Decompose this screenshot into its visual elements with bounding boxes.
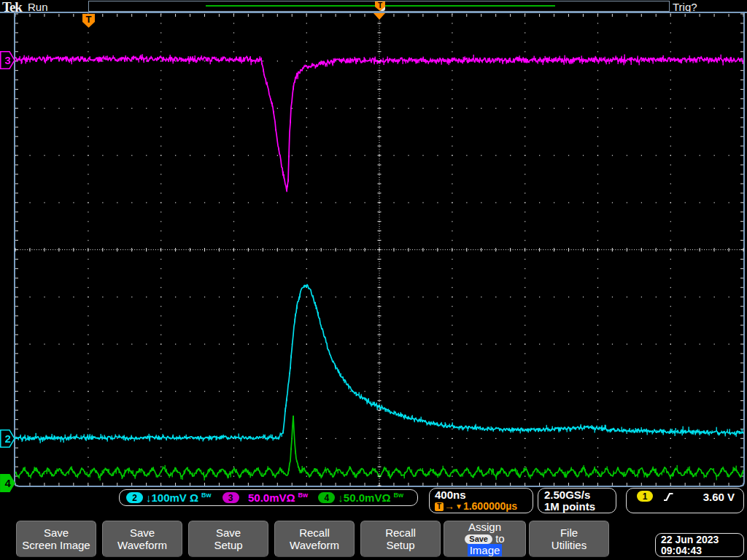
save-screen-image-button[interactable]: Save Screen Image <box>16 521 96 557</box>
date: 22 Jun 2023 <box>661 534 738 545</box>
save-setup-button[interactable]: Save Setup <box>188 521 268 557</box>
time: 09:04:43 <box>661 545 738 556</box>
recall-setup-button[interactable]: Recall Setup <box>360 521 441 557</box>
expansion-point-icon <box>374 13 385 20</box>
file-utilities-button[interactable]: File Utilities <box>529 521 609 557</box>
save-key-icon: Save <box>465 534 492 544</box>
ch4-position-marker: 4 <box>0 474 15 492</box>
assign-target-highlight: Image <box>468 544 503 556</box>
oscilloscope-screen: Tek Run T Trig? T 3 2 4 2 ↓100mV Ω Bw 3 … <box>0 0 747 560</box>
svg-text:2: 2 <box>5 432 11 445</box>
recall-waveform-button[interactable]: Recall Waveform <box>274 521 355 557</box>
save-waveform-button[interactable]: Save Waveform <box>102 521 182 557</box>
waveform-display <box>0 0 747 518</box>
ch3-position-marker: 3 <box>0 51 15 69</box>
svg-text:3: 3 <box>5 54 11 66</box>
svg-text:4: 4 <box>5 477 12 489</box>
assign-save-to-image-button[interactable]: Assign Save to Image <box>444 521 526 557</box>
datetime-display: 22 Jun 2023 09:04:43 <box>655 533 744 557</box>
ch2-position-marker: 2 <box>0 429 15 448</box>
